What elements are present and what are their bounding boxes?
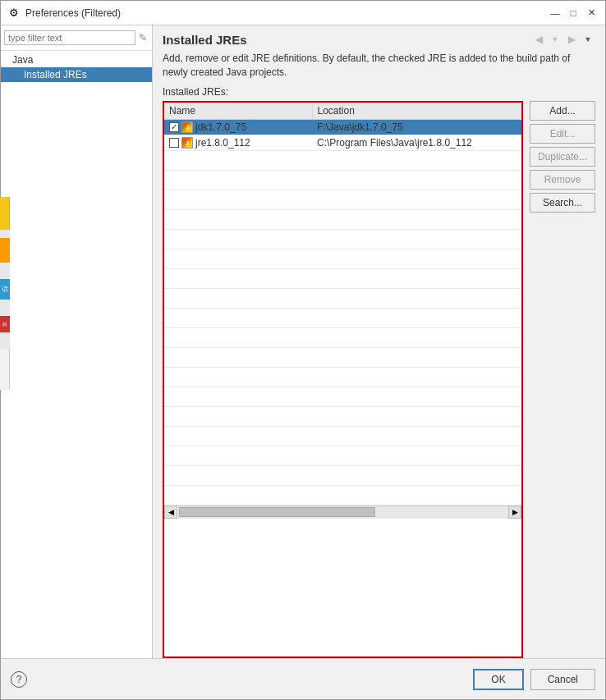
jre-name: jre1.8.0_112 bbox=[195, 137, 250, 149]
table-row-empty bbox=[164, 308, 521, 327]
search-button[interactable]: Search... bbox=[530, 193, 595, 213]
sidebar-item-installed-jres[interactable]: Installed JREs bbox=[1, 67, 152, 82]
jre-table-wrapper: Name Location ✓ J bbox=[163, 101, 595, 658]
table-row-empty bbox=[164, 347, 521, 367]
col-header-name: Name bbox=[164, 103, 312, 120]
table-row-empty bbox=[164, 367, 521, 387]
ok-button[interactable]: OK bbox=[473, 669, 523, 690]
table-row-empty bbox=[164, 150, 521, 170]
jre-location: C:\Program Files\Java\jre1.8.0_112 bbox=[312, 135, 521, 150]
sidebar: ✎ Java Installed JREs 话 bbox=[1, 25, 153, 658]
jdk-icon: J bbox=[181, 137, 193, 149]
table-row-empty bbox=[164, 327, 521, 347]
jre-checkbox-checked[interactable]: ✓ bbox=[169, 122, 179, 132]
edit-button[interactable]: Edit... bbox=[530, 124, 595, 144]
table-row-empty bbox=[164, 288, 521, 308]
preferences-window: ⚙ Preferences (Filtered) — □ ✕ ✎ Java bbox=[0, 0, 606, 700]
table-row-empty bbox=[164, 190, 521, 209]
bottom-buttons: OK Cancel bbox=[473, 669, 595, 690]
table-row-empty bbox=[164, 229, 521, 249]
window-title: Preferences (Filtered) bbox=[25, 7, 548, 19]
help-button[interactable]: ? bbox=[11, 671, 27, 688]
cancel-button[interactable]: Cancel bbox=[530, 669, 595, 690]
window-icon: ⚙ bbox=[7, 7, 21, 20]
forward-dropdown-arrow[interactable]: ▼ bbox=[581, 32, 595, 47]
duplicate-button[interactable]: Duplicate... bbox=[530, 147, 595, 167]
sidebar-tree: Java Installed JREs bbox=[1, 51, 152, 658]
installed-jres-section-label: Installed JREs: bbox=[163, 86, 595, 98]
table-row-empty bbox=[164, 485, 521, 505]
scroll-left-button[interactable]: ◀ bbox=[164, 506, 177, 519]
table-row-empty bbox=[164, 170, 521, 190]
search-input[interactable] bbox=[4, 30, 135, 45]
jre-row-name-cell: J jre1.8.0_112 bbox=[164, 135, 312, 150]
maximize-button[interactable]: □ bbox=[566, 6, 581, 21]
minimize-button[interactable]: — bbox=[548, 6, 562, 21]
jre-row-name-cell: ✓ J jdk1.7.0_75 bbox=[164, 119, 312, 135]
table-row-empty bbox=[164, 387, 521, 406]
scrollbar-track[interactable] bbox=[179, 507, 507, 517]
scrollbar-thumb[interactable] bbox=[179, 507, 375, 517]
table-row-empty bbox=[164, 209, 521, 229]
table-row[interactable]: J jre1.8.0_112 C:\Program Files\Java\jre… bbox=[164, 135, 521, 150]
jre-table-container: Name Location ✓ J bbox=[163, 101, 523, 658]
back-dropdown-arrow[interactable]: ▼ bbox=[548, 32, 562, 47]
navigation-arrows: ◀ ▼ ▶ ▼ bbox=[531, 32, 595, 47]
content-description: Add, remove or edit JRE definitions. By … bbox=[153, 47, 605, 86]
jre-name: jdk1.7.0_75 bbox=[195, 121, 246, 133]
sidebar-item-java[interactable]: Java bbox=[1, 53, 152, 67]
table-row[interactable]: ✓ J jdk1.7.0_75 F:\Java\jdk1.7.0_75 bbox=[164, 119, 521, 135]
table-row-empty bbox=[164, 426, 521, 446]
installed-jres-label: Installed JREs bbox=[24, 69, 87, 80]
jre-checkbox-unchecked[interactable] bbox=[169, 138, 179, 148]
table-row-empty bbox=[164, 465, 521, 485]
remove-button[interactable]: Remove bbox=[530, 170, 595, 190]
page-title: Installed JREs bbox=[163, 33, 525, 47]
sidebar-search-bar: ✎ bbox=[1, 25, 152, 51]
back-arrow[interactable]: ◀ bbox=[531, 32, 546, 47]
table-row-empty bbox=[164, 249, 521, 268]
jre-table: Name Location ✓ J bbox=[164, 103, 521, 506]
content-header: Installed JREs ◀ ▼ ▶ ▼ bbox=[153, 25, 605, 47]
java-tree-label: Java bbox=[12, 54, 33, 66]
jre-location: F:\Java\jdk1.7.0_75 bbox=[312, 119, 521, 135]
jre-action-buttons: Add... Edit... Duplicate... Remove Searc… bbox=[530, 101, 595, 658]
table-row-empty bbox=[164, 446, 521, 465]
add-button[interactable]: Add... bbox=[530, 101, 595, 121]
scroll-right-button[interactable]: ▶ bbox=[508, 506, 521, 519]
table-row-empty bbox=[164, 268, 521, 288]
table-row-empty bbox=[164, 406, 521, 426]
title-bar: ⚙ Preferences (Filtered) — □ ✕ bbox=[1, 1, 605, 25]
jdk-icon: J bbox=[181, 121, 193, 133]
bottom-bar: ? OK Cancel bbox=[1, 658, 605, 699]
col-header-location: Location bbox=[312, 103, 521, 120]
forward-arrow[interactable]: ▶ bbox=[564, 32, 579, 47]
clear-search-icon[interactable]: ✎ bbox=[137, 32, 149, 43]
horizontal-scrollbar: ◀ ▶ bbox=[164, 506, 521, 519]
close-button[interactable]: ✕ bbox=[584, 6, 599, 21]
jre-section: Installed JREs: Name Location bbox=[153, 86, 605, 658]
content-panel: Installed JREs ◀ ▼ ▶ ▼ Add, remove or ed… bbox=[153, 25, 605, 658]
main-area: ✎ Java Installed JREs 话 bbox=[1, 25, 605, 658]
window-controls: — □ ✕ bbox=[548, 6, 599, 21]
